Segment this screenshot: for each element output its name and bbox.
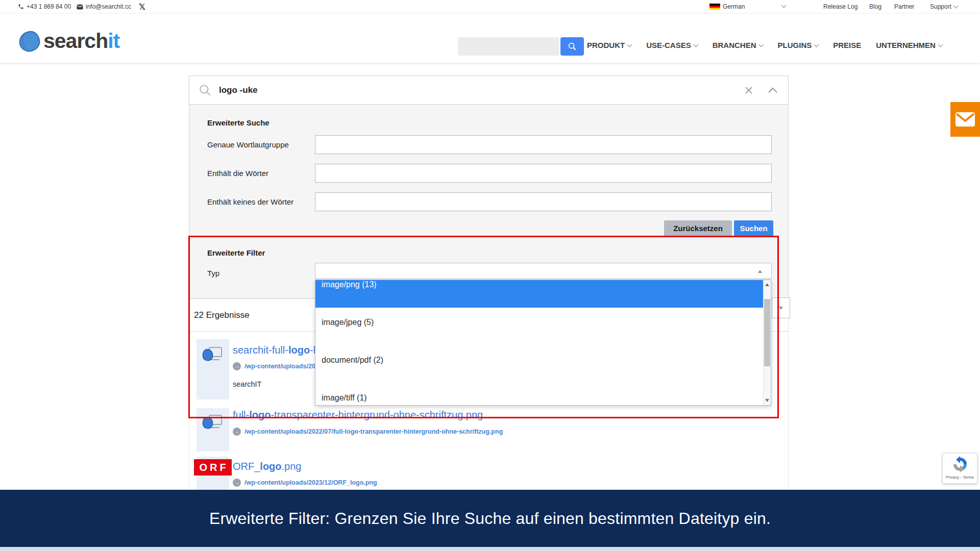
field-label-wortlautgruppe: Genaue Wortlautgruppe [207, 140, 289, 149]
reset-button[interactable]: Zurücksetzen [664, 220, 732, 236]
language-selector[interactable]: German [709, 3, 745, 10]
header-search-input[interactable] [458, 37, 559, 56]
email-address: info@searchit.cc [86, 3, 131, 10]
enthaelt-woerter-input[interactable] [315, 164, 772, 183]
field-label-enthaelt: Enthält die Wörter [207, 169, 268, 178]
sort-chevron-down-icon [779, 307, 783, 310]
topbar-link-support[interactable]: Support [930, 3, 958, 10]
result-1-description: searchIT [233, 380, 261, 388]
result-3-path[interactable]: → /wp-content/uploads/2023/12/ORF_logo.p… [233, 479, 377, 487]
german-flag-icon [709, 4, 720, 10]
search-widget-bar [189, 76, 789, 105]
chevron-down-icon [627, 42, 632, 47]
search-button[interactable]: Suchen [734, 220, 773, 236]
topbar: +43 1 869 84 00 info@searchit.cc 𝕏 Germa… [0, 0, 980, 14]
header-search [458, 37, 584, 56]
dropdown-option-png[interactable]: image/png (13) [315, 280, 764, 308]
arrow-right-icon: → [233, 362, 241, 370]
envelope-icon [955, 112, 975, 127]
widget-search-icon [199, 84, 212, 97]
dropdown-option-jpeg[interactable]: image/jpeg (5) [315, 308, 764, 345]
field-label-keines: Enthält keines der Wörter [207, 197, 293, 206]
site-logo[interactable]: searchit [17, 29, 119, 53]
widget-query-input[interactable] [218, 85, 744, 96]
arrow-right-icon: → [233, 428, 241, 436]
chevron-down-icon [814, 42, 819, 47]
advanced-search-panel: Erweiterte Suche Genaue Wortlautgruppe E… [189, 105, 789, 298]
nav-item-produkt[interactable]: PRODUKT [587, 41, 631, 49]
result-1-title[interactable]: searchit-full-logo-bl [233, 344, 321, 356]
language-chevron-down-icon[interactable] [781, 3, 787, 8]
bottom-strip [0, 547, 980, 551]
nav-item-plugins[interactable]: PLUGINS [778, 41, 819, 49]
topbar-link-blog[interactable]: Blog [869, 3, 881, 10]
result-3-title[interactable]: ORF_logo.png [233, 461, 302, 472]
email-contact[interactable]: info@searchit.cc [77, 3, 131, 10]
results-sort-select[interactable] [772, 297, 790, 318]
dropdown-option-tiff[interactable]: image/tiff (1) [315, 383, 764, 406]
nav-item-preise[interactable]: PREISE [833, 41, 861, 49]
recaptcha-icon [952, 456, 968, 472]
advanced-search-title: Erweiterte Suche [207, 118, 270, 127]
keines-woerter-input[interactable] [315, 192, 772, 211]
nav-item-branchen[interactable]: BRANCHEN [713, 41, 763, 49]
result-1-path[interactable]: → /wp-content/uploads/202 [233, 362, 319, 370]
search-icon [568, 42, 577, 51]
topbar-link-partner[interactable]: Partner [894, 3, 914, 10]
chevron-down-icon [758, 42, 764, 47]
searchit-logo-icon [17, 30, 43, 53]
envelope-icon [77, 4, 83, 10]
support-chevron-down-icon [953, 4, 959, 9]
caption-text: Erweiterte Filter: Grenzen Sie Ihre Such… [209, 509, 771, 528]
result-3-thumbnail[interactable]: ORF [197, 457, 229, 490]
wortlautgruppe-input[interactable] [315, 135, 772, 154]
language-label: German [723, 3, 745, 10]
chevron-down-icon [693, 42, 698, 47]
recaptcha-label: Privacy - Terms [943, 475, 977, 480]
header-search-button[interactable] [560, 37, 584, 56]
scroll-down-icon[interactable] [765, 399, 769, 402]
topbar-link-release-log[interactable]: Release Log [823, 3, 857, 10]
results-count: 22 Ergebnisse [189, 310, 250, 320]
searchit-logo-thumb-icon [201, 412, 225, 431]
advanced-filter-title: Erweiterte Filter [207, 248, 265, 257]
type-dropdown: image/png (13) image/jpeg (5) document/p… [315, 280, 771, 406]
caption-banner: Erweiterte Filter: Grenzen Sie Ihre Such… [0, 490, 980, 547]
orf-logo: ORF [194, 459, 231, 475]
x-twitter-icon[interactable]: 𝕏 [139, 2, 145, 12]
phone-contact[interactable]: +43 1 869 84 00 [18, 3, 71, 10]
result-1-thumbnail[interactable] [197, 339, 229, 399]
result-2-path[interactable]: → /wp-content/uploads/2022/07/full-logo-… [233, 428, 503, 436]
searchit-logo-thumb-icon [201, 344, 225, 363]
dropdown-option-pdf[interactable]: document/pdf (2) [315, 345, 764, 383]
scroll-up-icon[interactable] [765, 283, 769, 286]
main-nav: PRODUKT USE-CASES BRANCHEN PLUGINS PREIS… [587, 41, 942, 49]
site-header: searchit PRODUKT USE-CASES BRANCHEN PLUG… [0, 14, 980, 63]
type-select[interactable] [315, 263, 772, 279]
select-arrow-up-icon [758, 270, 762, 273]
phone-icon [18, 4, 24, 10]
result-2-thumbnail[interactable] [197, 408, 229, 452]
nav-item-unternehmen[interactable]: UNTERNEHMEN [876, 41, 942, 49]
clear-query-icon[interactable] [744, 86, 753, 95]
logo-wordmark: searchit [43, 29, 119, 53]
result-2-title[interactable]: full-logo-transparenter-hintergrund-ohne… [233, 409, 483, 421]
scrollbar-thumb[interactable] [764, 299, 770, 366]
type-label: Typ [207, 269, 219, 278]
dropdown-scrollbar[interactable] [763, 280, 771, 405]
chevron-down-icon [938, 42, 943, 47]
contact-tab[interactable] [950, 102, 980, 137]
collapse-chevron-up-icon[interactable] [768, 87, 778, 94]
arrow-right-icon: → [233, 479, 241, 487]
recaptcha-badge[interactable]: Privacy - Terms [942, 453, 977, 484]
phone-number: +43 1 869 84 00 [27, 3, 71, 10]
nav-item-use-cases[interactable]: USE-CASES [646, 41, 698, 49]
